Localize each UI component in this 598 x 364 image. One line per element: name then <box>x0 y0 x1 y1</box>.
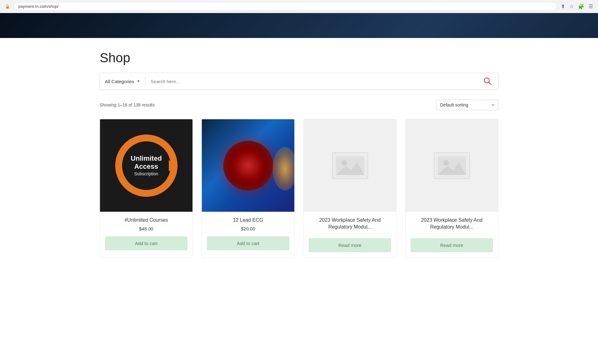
share-icon[interactable]: ⬆ <box>561 3 565 9</box>
lock-icon: 🔒 <box>5 4 10 9</box>
product-card-workplace-1: 2023 Workplace Safety And Regulatory Mod… <box>303 119 396 258</box>
add-to-cart-button-unlimited[interactable]: Add to cart <box>105 236 187 250</box>
browser-actions: ⬆ ☆ 🧩 ☰ <box>561 3 593 9</box>
image-placeholder-icon <box>331 152 369 180</box>
product-grid: Unlimited Access Subscription #Unlimited… <box>100 119 498 258</box>
url-text: payment.rn.com/shop/ <box>18 4 59 9</box>
product-image-workplace-1 <box>304 119 396 212</box>
svg-point-4 <box>341 160 347 166</box>
read-more-button-workplace-2[interactable]: Read more <box>411 238 493 252</box>
search-input[interactable] <box>150 79 482 84</box>
menu-icon[interactable]: ☰ <box>589 3 593 9</box>
product-image-workplace-2 <box>406 119 498 212</box>
product-image-unlimited: Unlimited Access Subscription <box>100 119 192 212</box>
category-dropdown[interactable]: All Categories ▼ <box>105 79 145 84</box>
add-to-cart-button-ecg[interactable]: Add to cart <box>207 236 289 250</box>
product-name-unlimited: #Unlimited Courses <box>125 217 168 224</box>
search-icon <box>483 77 492 85</box>
product-info-unlimited: #Unlimited Courses $48.00 Add to cart <box>100 212 192 257</box>
product-name-workplace-1: 2023 Workplace Safety And Regulatory Mod… <box>309 217 391 231</box>
product-name-ecg: 12 Lead ECG <box>233 217 263 224</box>
product-image-ecg <box>202 119 294 212</box>
product-name-workplace-2: 2023 Workplace Safety And Regulatory Mod… <box>411 217 493 231</box>
search-button[interactable] <box>482 75 493 87</box>
sort-dropdown[interactable]: Default sorting Sort by popularity Sort … <box>436 100 498 110</box>
product-price-unlimited: $48.00 <box>139 226 154 231</box>
ecg-blob-icon <box>223 141 273 191</box>
svg-point-8 <box>443 160 449 166</box>
extension-icon[interactable]: 🧩 <box>578 3 584 9</box>
url-bar[interactable]: payment.rn.com/shop/ <box>14 2 557 11</box>
bookmark-icon[interactable]: ☆ <box>569 3 574 9</box>
browser-chrome: 🔒 payment.rn.com/shop/ ⬆ ☆ 🧩 ☰ <box>0 0 598 13</box>
results-count: Showing 1–16 of 138 results <box>100 102 155 107</box>
read-more-button-workplace-1[interactable]: Read more <box>309 238 391 252</box>
results-bar: Showing 1–16 of 138 results Default sort… <box>100 100 498 110</box>
unlimited-line3: Subscription <box>131 171 162 177</box>
product-info-workplace-1: 2023 Workplace Safety And Regulatory Mod… <box>304 212 396 257</box>
search-divider <box>145 77 145 86</box>
category-label: All Categories <box>105 79 134 84</box>
main-content: Shop All Categories ▼ Showing 1–16 of 13… <box>81 38 517 276</box>
product-info-ecg: 12 Lead ECG $20.00 Add to cart <box>202 212 294 257</box>
hero-banner <box>0 13 598 38</box>
product-card-workplace-2: 2023 Workplace Safety And Regulatory Mod… <box>405 119 498 258</box>
unlimited-line2: Access <box>131 163 162 171</box>
unlimited-line1: Unlimited <box>131 154 162 163</box>
page-title: Shop <box>100 50 498 65</box>
product-card-unlimited: Unlimited Access Subscription #Unlimited… <box>100 119 193 258</box>
search-bar: All Categories ▼ <box>100 73 498 90</box>
product-price-ecg: $20.00 <box>241 226 255 231</box>
product-info-workplace-2: 2023 Workplace Safety And Regulatory Mod… <box>406 212 498 257</box>
svg-line-1 <box>489 82 491 84</box>
image-placeholder-icon <box>433 152 471 180</box>
unlimited-text: Unlimited Access Subscription <box>131 154 162 177</box>
chevron-down-icon: ▼ <box>136 79 140 83</box>
product-card-ecg: 12 Lead ECG $20.00 Add to cart <box>202 119 295 258</box>
ecg-glow-icon <box>273 147 294 191</box>
